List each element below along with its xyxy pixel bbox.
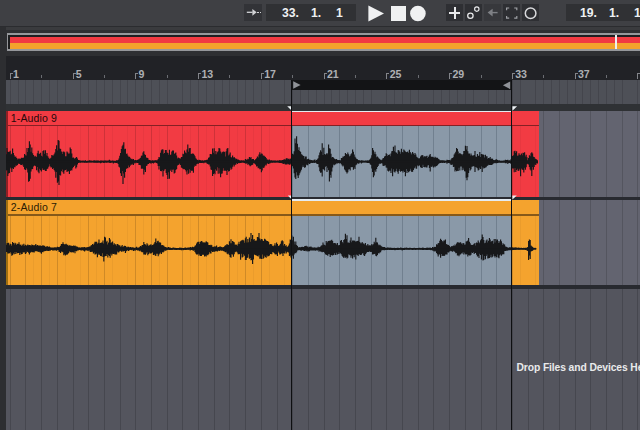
svg-text:5: 5	[76, 68, 82, 80]
svg-text:37: 37	[578, 68, 590, 80]
svg-text:19.: 19.	[580, 6, 597, 20]
svg-text:13: 13	[201, 68, 213, 80]
svg-text:1-Audio 9: 1-Audio 9	[11, 112, 57, 124]
svg-text:29: 29	[452, 68, 464, 80]
svg-text:Drop Files and Devices Here: Drop Files and Devices Here	[517, 362, 640, 373]
svg-text:1.: 1.	[311, 6, 321, 20]
svg-text:1.: 1.	[609, 6, 619, 20]
svg-text:33.: 33.	[282, 6, 299, 20]
svg-text:25: 25	[390, 68, 402, 80]
svg-text:9: 9	[139, 68, 145, 80]
svg-text:33: 33	[515, 68, 527, 80]
svg-text:1: 1	[336, 6, 343, 20]
svg-text:17: 17	[264, 68, 276, 80]
svg-text:1: 1	[634, 6, 640, 20]
svg-text:1: 1	[13, 68, 19, 80]
svg-text:21: 21	[327, 68, 339, 80]
svg-text:2-Audio 7: 2-Audio 7	[11, 201, 57, 213]
